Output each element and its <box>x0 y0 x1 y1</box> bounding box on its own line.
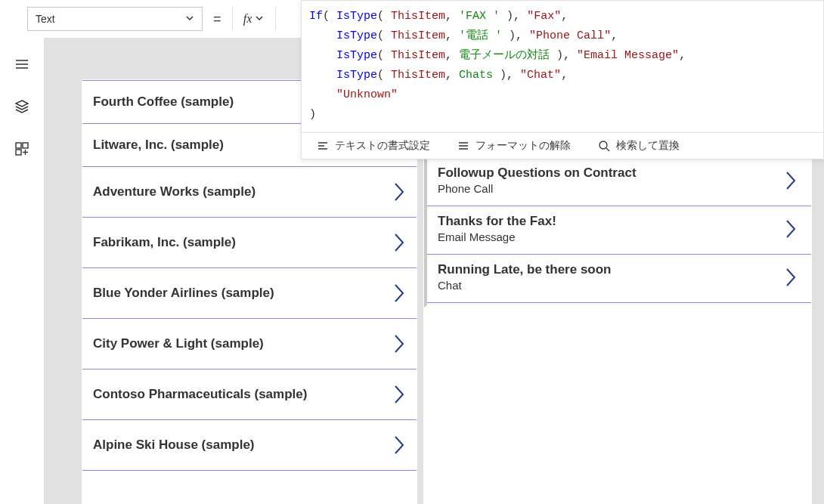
list-item[interactable]: Followup Questions on ContractPhone Call <box>424 158 811 206</box>
account-title: Litware, Inc. (sample) <box>93 138 224 153</box>
format-text-icon <box>317 140 329 152</box>
chevron-right-icon[interactable] <box>784 169 798 192</box>
list-item[interactable]: Contoso Pharmaceuticals (sample) <box>82 369 417 420</box>
svg-point-0 <box>599 141 607 149</box>
activity-type-label: Email Message <box>438 230 556 243</box>
svg-rect-2 <box>16 143 21 148</box>
chevron-down-icon <box>255 13 264 25</box>
find-replace-button[interactable]: 検索して置換 <box>598 139 680 153</box>
chevron-right-icon[interactable] <box>392 282 406 305</box>
svg-line-1 <box>606 148 609 151</box>
formula-toolbar: テキストの書式設定 フォーマットの解除 検索して置換 <box>302 132 823 159</box>
account-title: City Power & Light (sample) <box>93 336 264 351</box>
account-title: Adventure Works (sample) <box>93 184 256 199</box>
layers-icon[interactable] <box>14 99 29 114</box>
fx-icon: fx <box>243 12 252 26</box>
chevron-right-icon[interactable] <box>784 218 798 240</box>
chevron-right-icon[interactable] <box>392 434 406 456</box>
chevron-right-icon[interactable] <box>392 181 406 203</box>
list-item[interactable]: Adventure Works (sample) <box>82 167 417 218</box>
list-item[interactable]: Fabrikam, Inc. (sample) <box>82 218 417 268</box>
remove-format-icon <box>457 140 469 152</box>
format-text-button[interactable]: テキストの書式設定 <box>317 139 430 153</box>
find-replace-label: 検索して置換 <box>616 139 680 153</box>
list-item[interactable]: Thanks for the Fax!Email Message <box>424 206 811 255</box>
property-dropdown[interactable]: Text <box>27 7 203 31</box>
equals-label: = <box>213 11 221 27</box>
remove-format-button[interactable]: フォーマットの解除 <box>457 139 571 153</box>
chevron-down-icon <box>185 13 194 25</box>
activity-subject: Running Late, be there soon <box>438 262 612 277</box>
account-title: Alpine Ski House (sample) <box>93 438 255 453</box>
list-item[interactable]: Alpine Ski House (sample) <box>82 420 417 471</box>
components-icon[interactable] <box>14 141 29 156</box>
hamburger-icon[interactable] <box>14 57 29 72</box>
fx-button[interactable]: fx <box>232 7 276 31</box>
list-item[interactable]: Running Late, be there soonChat <box>424 255 811 303</box>
activity-type-label: Chat <box>438 279 612 292</box>
chevron-right-icon[interactable] <box>392 332 406 355</box>
property-dropdown-value: Text <box>36 13 55 25</box>
account-title: Blue Yonder Airlines (sample) <box>93 286 274 301</box>
activity-type-label: Phone Call <box>438 182 637 195</box>
svg-rect-3 <box>23 143 28 148</box>
svg-rect-4 <box>16 150 21 155</box>
activity-subject: Thanks for the Fax! <box>438 214 556 229</box>
activity-subject: Followup Questions on Contract <box>438 165 637 181</box>
chevron-right-icon[interactable] <box>392 383 406 406</box>
formula-bar-panel: If( IsType( ThisItem, 'FAX ' ), "Fax", I… <box>301 0 824 159</box>
list-item[interactable]: Blue Yonder Airlines (sample) <box>82 268 417 319</box>
format-text-label: テキストの書式設定 <box>335 139 430 153</box>
account-title: Fabrikam, Inc. (sample) <box>93 235 236 250</box>
chevron-right-icon[interactable] <box>392 231 406 254</box>
account-title: Fourth Coffee (sample) <box>93 94 234 110</box>
search-icon <box>598 140 610 152</box>
side-rail <box>0 38 44 504</box>
chevron-right-icon[interactable] <box>784 266 798 289</box>
remove-format-label: フォーマットの解除 <box>476 139 571 153</box>
formula-editor[interactable]: If( IsType( ThisItem, 'FAX ' ), "Fax", I… <box>302 1 823 132</box>
account-title: Contoso Pharmaceuticals (sample) <box>93 387 307 402</box>
list-item[interactable]: City Power & Light (sample) <box>82 319 417 369</box>
